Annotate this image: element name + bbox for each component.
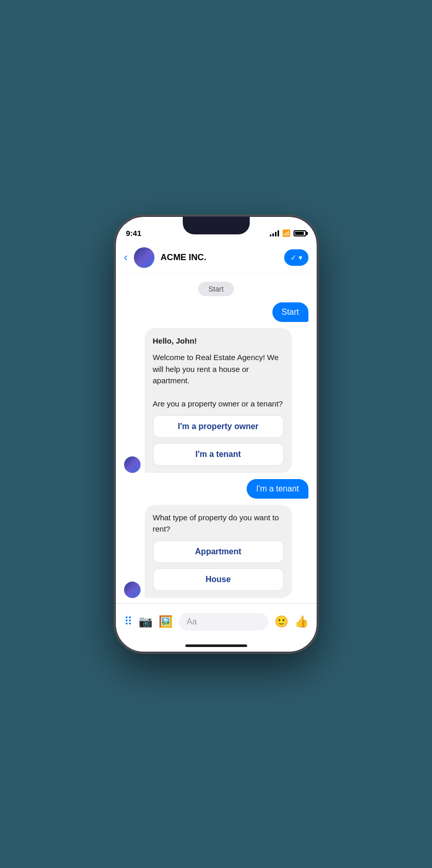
chat-area: Start Start Hello, John! Welcome to Real…	[116, 274, 317, 603]
sent-tenant-bubble: I'm a tenant	[247, 479, 308, 499]
check-icon: ✓	[290, 253, 297, 262]
signal-bars-icon	[270, 230, 279, 236]
sent-tenant-message: I'm a tenant	[124, 479, 308, 499]
thumbsup-icon[interactable]: 👍	[295, 615, 308, 628]
choice-apartment[interactable]: Appartment	[153, 540, 284, 563]
bot-greeting: Hello, John!	[153, 335, 284, 347]
status-time: 9:41	[126, 229, 142, 237]
wifi-icon: 📶	[282, 229, 290, 237]
choice-tenant[interactable]: I'm a tenant	[153, 443, 284, 466]
checkmark-button[interactable]: ✓ ▾	[284, 249, 308, 266]
home-indicator	[116, 640, 317, 652]
bot-body-1: Welcome to Real Estate Agency! We will h…	[153, 352, 284, 410]
choice-property-owner[interactable]: I'm a property owner	[153, 415, 284, 438]
bot-body-2: What type of property do you want to ren…	[153, 512, 284, 535]
status-icons: 📶	[270, 229, 306, 237]
battery-icon	[293, 230, 306, 236]
dropdown-icon: ▾	[299, 253, 302, 262]
sent-start-message: Start	[124, 302, 308, 322]
avatar	[134, 247, 154, 268]
home-indicator-line	[185, 644, 247, 647]
bottom-bar: ⠿ 📷 🖼️ Aa 🙂 👍	[116, 603, 317, 640]
system-label-text: Start	[198, 282, 234, 296]
sent-start-bubble: Start	[272, 302, 308, 322]
bot-message-1: Hello, John! Welcome to Real Estate Agen…	[124, 328, 308, 473]
bot-avatar-1	[124, 456, 141, 473]
choice-house[interactable]: House	[153, 568, 284, 591]
photo-icon[interactable]: 🖼️	[159, 615, 172, 628]
bot-bubble-1: Hello, John! Welcome to Real Estate Agen…	[145, 328, 292, 473]
camera-icon[interactable]: 📷	[139, 615, 152, 628]
chat-header: ‹ ACME INC. ✓ ▾	[116, 243, 317, 274]
back-button[interactable]: ‹	[124, 251, 128, 264]
system-label: Start	[124, 282, 308, 296]
emoji-icon[interactable]: 🙂	[274, 615, 288, 628]
contact-name: ACME INC.	[161, 252, 278, 263]
phone-screen: 9:41 📶 ‹ ACME INC. ✓ ▾	[116, 217, 317, 652]
bot-avatar-2	[124, 582, 141, 598]
message-input[interactable]: Aa	[179, 613, 268, 631]
bot-bubble-2: What type of property do you want to ren…	[145, 505, 292, 598]
phone-frame: 9:41 📶 ‹ ACME INC. ✓ ▾	[116, 217, 317, 652]
apps-icon[interactable]: ⠿	[124, 615, 132, 628]
notch	[183, 217, 250, 234]
bot-message-2: What type of property do you want to ren…	[124, 505, 308, 598]
